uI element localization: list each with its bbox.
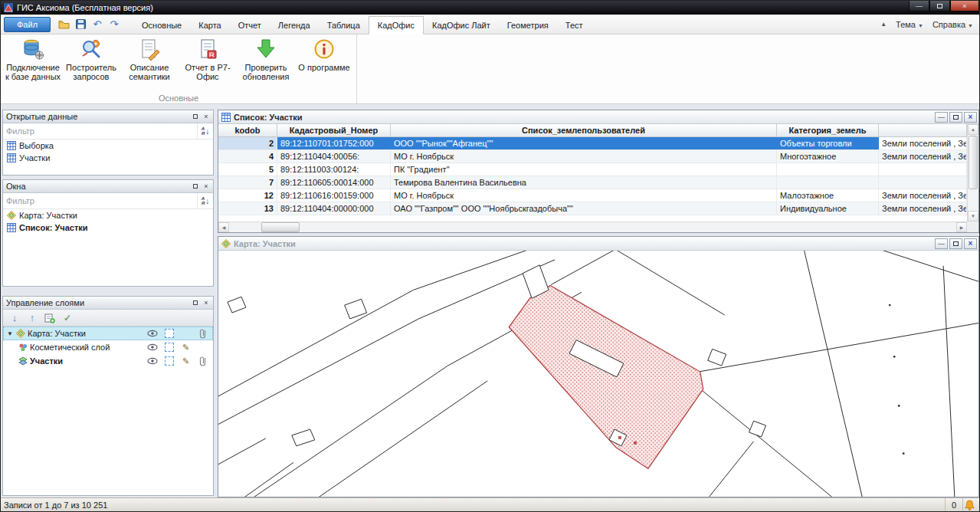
about-button[interactable]: О программе bbox=[295, 36, 353, 93]
windows-item-list[interactable]: Список: Участки bbox=[3, 222, 213, 234]
table-row[interactable]: 4 89:12:110404:00056: МО г. Ноябрьск Мно… bbox=[218, 150, 967, 163]
column-header-kodob[interactable]: kodob bbox=[218, 124, 277, 136]
column-header-category[interactable]: Категория_земель bbox=[777, 124, 879, 136]
table-horizontal-scrollbar[interactable]: ◀ ▶ bbox=[218, 222, 967, 232]
tree-row-map[interactable]: ▼ Карта: Участки bbox=[3, 327, 213, 340]
tab-otchet[interactable]: Отчет bbox=[230, 17, 270, 34]
layer-attach-button[interactable] bbox=[195, 356, 210, 366]
undo-button[interactable]: ↶ bbox=[90, 18, 104, 31]
open-data-item-vyborka[interactable]: Выборка bbox=[3, 139, 213, 152]
panel-float-button[interactable] bbox=[190, 112, 201, 122]
scrollbar-thumb[interactable] bbox=[969, 136, 978, 189]
column-header-extra[interactable] bbox=[879, 124, 967, 136]
windows-item-map[interactable]: Карта: Участки bbox=[3, 209, 213, 222]
windows-filter-input[interactable] bbox=[3, 193, 197, 208]
tab-tablitsa[interactable]: Таблица bbox=[319, 17, 369, 34]
redo-button[interactable]: ↷ bbox=[107, 18, 121, 31]
cell-category: Индивидуальное bbox=[777, 202, 879, 215]
open-data-filter-input[interactable] bbox=[3, 123, 197, 139]
ribbon-collapse-icon[interactable]: ▲ bbox=[880, 21, 887, 28]
maximize-icon bbox=[937, 4, 942, 8]
tree-expander-icon[interactable]: ▼ bbox=[6, 330, 14, 337]
panel-layers-header[interactable]: Управление слоями × bbox=[3, 297, 213, 310]
tab-test[interactable]: Тест bbox=[557, 17, 592, 34]
panel-float-button[interactable] bbox=[190, 182, 201, 192]
chevron-down-icon: ▼ bbox=[918, 23, 923, 28]
open-data-sort-button[interactable]: АЯ↓ bbox=[197, 123, 213, 139]
windows-sort-button[interactable]: АЯ↓ bbox=[197, 193, 213, 208]
db-connect-button[interactable]: Подключение к базе данных bbox=[4, 36, 62, 93]
cell-cad: 89:12:111003:00124: bbox=[277, 163, 391, 176]
map-canvas[interactable] bbox=[218, 251, 978, 497]
map-window-title: Карта: Участки bbox=[234, 239, 296, 248]
layer-move-down-button[interactable]: ↓ bbox=[8, 312, 21, 324]
map-close-button[interactable]: × bbox=[964, 238, 977, 249]
scroll-right-icon[interactable]: ▶ bbox=[956, 222, 967, 232]
panel-open-data-header[interactable]: Открытые данные × bbox=[3, 110, 213, 123]
table-row[interactable]: 7 89:12:110605:00014:000 Темирова Валент… bbox=[218, 176, 967, 189]
layer-visibility-toggle[interactable] bbox=[145, 330, 159, 337]
map-minimize-button[interactable]: — bbox=[935, 238, 948, 249]
layer-editable-checkbox[interactable] bbox=[162, 356, 176, 366]
table-vertical-scrollbar[interactable]: ▲ ▼ bbox=[967, 124, 978, 222]
layer-check-button[interactable]: ✓ bbox=[61, 312, 74, 324]
table-row[interactable]: 12 89:12:110616:00159:000 МО г. Ноябрьск… bbox=[218, 189, 967, 202]
tab-karta[interactable]: Карта bbox=[190, 17, 229, 34]
selected-parcel[interactable] bbox=[509, 285, 703, 468]
panel-float-button[interactable] bbox=[190, 298, 201, 308]
panel-windows-header[interactable]: Окна × bbox=[3, 180, 213, 193]
open-data-item-uchastki[interactable]: Участки bbox=[3, 152, 213, 164]
theme-menu[interactable]: Тема▼ bbox=[896, 20, 923, 29]
tab-legenda[interactable]: Легенда bbox=[270, 17, 319, 34]
layer-add-button[interactable] bbox=[44, 312, 56, 324]
column-header-landusers[interactable]: Список_землепользователей bbox=[391, 124, 777, 136]
layer-visibility-toggle[interactable] bbox=[145, 343, 159, 351]
help-menu[interactable]: Справка▼ bbox=[932, 20, 973, 29]
semantics-button[interactable]: Описание семантики bbox=[120, 36, 179, 93]
window-minimize-button[interactable]: — bbox=[909, 1, 929, 11]
window-maximize-button[interactable] bbox=[929, 1, 950, 11]
cell-users: ООО ""Рынок""Афганец"" bbox=[391, 137, 777, 149]
table-maximize-button[interactable] bbox=[949, 112, 962, 123]
layer-editable-checkbox[interactable] bbox=[162, 329, 176, 338]
layer-edit-button[interactable]: ✎ bbox=[179, 356, 193, 366]
table-window-header[interactable]: Список: Участки — × bbox=[218, 110, 978, 124]
file-menu-button[interactable]: Файл bbox=[4, 17, 51, 32]
tree-row-cosmetic-layer[interactable]: Косметический слой ✎ bbox=[3, 340, 213, 354]
check-updates-button[interactable]: Проверить обновления bbox=[237, 36, 295, 93]
notifications-button[interactable] bbox=[962, 498, 976, 511]
layer-visibility-toggle[interactable] bbox=[145, 357, 159, 365]
column-header-cad-number[interactable]: Кадастровый_Номер bbox=[277, 124, 391, 136]
table-row[interactable]: 2 89:12:110701:01752:000 ООО ""Рынок""Аф… bbox=[218, 137, 967, 150]
window-close-button[interactable]: × bbox=[950, 1, 979, 11]
tab-geometriya[interactable]: Геометрия bbox=[499, 17, 557, 34]
add-layer-icon bbox=[44, 313, 55, 323]
tab-osnovnye[interactable]: Основные bbox=[133, 17, 190, 34]
save-button[interactable] bbox=[74, 18, 87, 31]
panel-close-button[interactable]: × bbox=[201, 112, 211, 122]
map-maximize-button[interactable] bbox=[949, 238, 962, 249]
r7-report-button[interactable]: Отчет в Р7-Офис bbox=[179, 36, 237, 93]
table-row[interactable]: 5 89:12:111003:00124: ПК "Градиент" bbox=[218, 163, 967, 176]
layer-editable-checkbox[interactable] bbox=[162, 343, 176, 352]
tab-kadofis[interactable]: КадОфис bbox=[369, 16, 424, 34]
table-row[interactable]: 13 89:12:110404:00000:000 ОАО ""Газпром"… bbox=[218, 202, 967, 215]
table-minimize-button[interactable]: — bbox=[935, 112, 948, 123]
map-window-header[interactable]: Карта: Участки — × bbox=[218, 237, 978, 251]
layer-edit-button[interactable]: ✎ bbox=[179, 343, 193, 353]
layers-toolbar: ↓ ↑ ✓ bbox=[3, 310, 213, 327]
panel-close-button[interactable]: × bbox=[201, 182, 211, 192]
layer-move-up-button[interactable]: ↑ bbox=[26, 312, 38, 324]
open-folder-button[interactable] bbox=[57, 18, 70, 31]
table-close-button[interactable]: × bbox=[964, 112, 977, 123]
scroll-up-icon[interactable]: ▲ bbox=[968, 124, 978, 135]
scrollbar-thumb[interactable] bbox=[261, 222, 300, 232]
scroll-down-icon[interactable]: ▼ bbox=[968, 211, 978, 222]
scroll-left-icon[interactable]: ◀ bbox=[218, 222, 229, 232]
query-builder-button[interactable]: Построитель запросов bbox=[62, 36, 120, 93]
layer-attach-button[interactable] bbox=[195, 328, 210, 339]
panel-close-button[interactable]: × bbox=[201, 298, 211, 308]
tree-row-uchastki-layer[interactable]: Участки ✎ bbox=[3, 354, 213, 368]
tab-kadofis-lait[interactable]: КадОфис Лайт bbox=[424, 17, 499, 34]
list-item-label: Список: Участки bbox=[19, 223, 88, 232]
